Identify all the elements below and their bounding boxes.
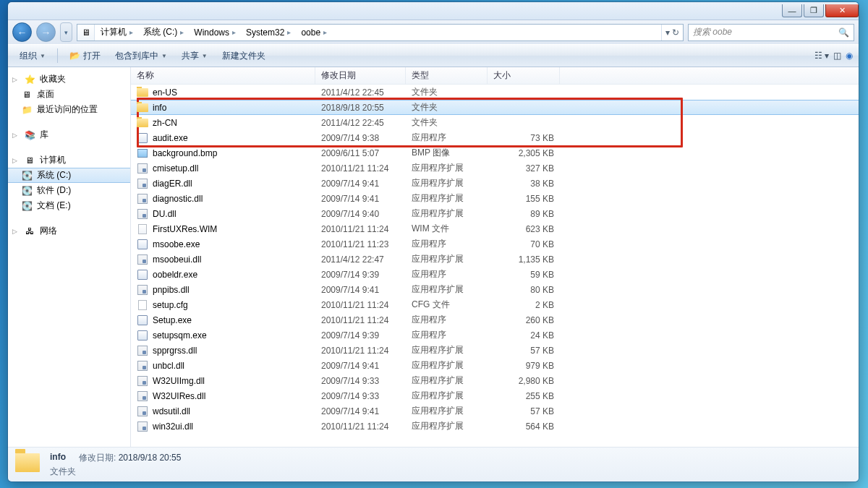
crumb-oobe[interactable]: oobe▸ <box>295 25 331 40</box>
file-name: msoobeui.dll <box>153 254 201 265</box>
file-date: 2010/11/21 11:24 <box>321 224 412 234</box>
sidebar-network[interactable]: ▷🖧网络 <box>8 223 130 239</box>
sidebar-computer[interactable]: ▷🖥计算机 <box>8 153 130 168</box>
new-folder-button[interactable]: 新建文件夹 <box>216 47 271 65</box>
recent-icon: 📁 <box>21 104 33 116</box>
open-button[interactable]: 📂打开 <box>64 47 106 65</box>
close-button[interactable]: ✕ <box>825 4 859 17</box>
file-row[interactable]: oobeldr.exe2009/7/14 9:39应用程序59 KB <box>131 267 859 282</box>
file-row[interactable]: info2018/9/18 20:55文件夹 <box>131 100 859 115</box>
file-row[interactable]: wdsutil.dll2009/7/14 9:41应用程序扩展57 KB <box>131 403 859 419</box>
file-row[interactable]: win32ui.dll2010/11/21 11:24应用程序扩展564 KB <box>131 419 859 434</box>
dll-icon <box>137 390 148 402</box>
file-row[interactable]: Setup.exe2010/11/21 11:24应用程序260 KB <box>131 312 859 328</box>
file-type: 应用程序 <box>412 132 493 144</box>
file-size: 2,980 KB <box>493 376 560 386</box>
file-row[interactable]: DU.dll2009/7/14 9:40应用程序扩展89 KB <box>131 206 859 221</box>
breadcrumb[interactable]: 🖥 计算机▸ 系统 (C:)▸ Windows▸ System32▸ oobe▸… <box>77 24 684 41</box>
col-name[interactable]: 名称 <box>131 67 315 84</box>
crumb-c[interactable]: 系统 (C:)▸ <box>137 25 188 40</box>
file-row[interactable]: en-US2011/4/12 22:45文件夹 <box>131 85 859 100</box>
file-type: 应用程序扩展 <box>412 253 493 265</box>
search-icon: 🔍 <box>838 27 849 38</box>
sidebar-desktop[interactable]: 🖥桌面 <box>8 87 130 102</box>
file-size: 564 KB <box>493 421 560 432</box>
file-row[interactable]: W32UIImg.dll2009/7/14 9:33应用程序扩展2,980 KB <box>131 373 859 388</box>
search-placeholder: 搜索 oobe <box>693 26 732 38</box>
crumb-windows[interactable]: Windows▸ <box>188 25 240 40</box>
sidebar-libraries[interactable]: ▷📚库 <box>8 127 130 142</box>
organize-button[interactable]: 组织▼ <box>14 47 51 65</box>
file-date: 2011/4/12 22:45 <box>321 118 412 128</box>
desktop-icon: 🖥 <box>21 89 33 100</box>
include-library-button[interactable]: 包含到库中▼ <box>109 47 173 65</box>
file-row[interactable]: pnpibs.dll2009/7/14 9:41应用程序扩展80 KB <box>131 282 859 297</box>
file-row[interactable]: background.bmp2009/6/11 5:07BMP 图像2,305 … <box>131 145 859 160</box>
file-type: 文件夹 <box>412 101 493 114</box>
library-icon: 📚 <box>24 129 35 141</box>
file-date: 2010/11/21 11:23 <box>321 239 412 249</box>
file-name: Setup.exe <box>153 315 192 325</box>
file-name: setup.cfg <box>153 300 188 310</box>
titlebar[interactable]: — ❐ ✕ <box>8 2 859 20</box>
col-size[interactable]: 大小 <box>488 67 560 84</box>
computer-icon: 🖥 <box>77 24 95 41</box>
crumb-system32[interactable]: System32▸ <box>240 25 295 40</box>
file-row[interactable]: W32UIRes.dll2009/7/14 9:33应用程序扩展255 KB <box>131 388 859 403</box>
file-row[interactable]: spprgrss.dll2010/11/21 11:24应用程序扩展57 KB <box>131 343 859 358</box>
forward-button[interactable]: → <box>36 22 56 42</box>
file-name: setupsqm.exe <box>153 330 207 341</box>
history-dropdown-button[interactable]: ▾ <box>60 22 72 42</box>
crumb-computer[interactable]: 计算机▸ <box>95 25 137 40</box>
preview-pane-button[interactable]: ◫ <box>833 51 841 61</box>
dll-icon <box>137 284 148 296</box>
sidebar-drive-c[interactable]: 💽系统 (C:) <box>8 168 130 183</box>
file-row[interactable]: diagER.dll2009/7/14 9:41应用程序扩展38 KB <box>131 176 859 191</box>
exe-icon <box>137 269 148 281</box>
file-row[interactable]: setupsqm.exe2009/7/14 9:39应用程序24 KB <box>131 328 859 343</box>
file-name: cmisetup.dll <box>153 163 198 174</box>
file-row[interactable]: audit.exe2009/7/14 9:38应用程序73 KB <box>131 130 859 145</box>
address-dropdown-button[interactable]: ▾ ↻ <box>661 25 683 40</box>
file-row[interactable]: FirstUXRes.WIM2010/11/21 11:24WIM 文件623 … <box>131 221 859 236</box>
sidebar-drive-e[interactable]: 💽文档 (E:) <box>8 198 130 213</box>
view-options-button[interactable]: ☷ ▾ <box>814 51 829 61</box>
sidebar-recent[interactable]: 📁最近访问的位置 <box>8 102 130 117</box>
file-size: 24 KB <box>493 330 560 341</box>
col-type[interactable]: 类型 <box>406 67 488 84</box>
search-input[interactable]: 搜索 oobe 🔍 <box>688 24 854 41</box>
file-type: 文件夹 <box>412 86 493 98</box>
sidebar-drive-d[interactable]: 💽软件 (D:) <box>8 183 130 198</box>
file-row[interactable]: unbcl.dll2009/7/14 9:41应用程序扩展979 KB <box>131 358 859 373</box>
file-date: 2010/11/21 11:24 <box>321 421 412 432</box>
file-name: diagnostic.dll <box>153 194 203 204</box>
maximize-button[interactable]: ❐ <box>804 4 824 17</box>
file-row[interactable]: diagnostic.dll2009/7/14 9:41应用程序扩展155 KB <box>131 191 859 206</box>
col-date[interactable]: 修改日期 <box>315 67 406 84</box>
file-name: msoobe.exe <box>153 239 200 249</box>
computer-icon: 🖥 <box>24 155 35 166</box>
cfg-icon <box>137 299 148 311</box>
help-button[interactable]: ◉ <box>846 51 853 61</box>
dll-icon <box>137 406 148 417</box>
file-size: 57 KB <box>493 406 560 416</box>
drive-icon: 💽 <box>21 185 33 197</box>
dll-icon <box>137 163 148 174</box>
back-button[interactable]: ← <box>12 22 32 42</box>
share-button[interactable]: 共享▼ <box>176 47 213 65</box>
status-folder-icon <box>15 453 41 476</box>
file-type: 应用程序扩展 <box>412 283 493 296</box>
sidebar-favorites[interactable]: ▷⭐收藏夹 <box>8 72 130 87</box>
file-row[interactable]: msoobeui.dll2011/4/12 22:47应用程序扩展1,135 K… <box>131 252 859 267</box>
file-row[interactable]: cmisetup.dll2010/11/21 11:24应用程序扩展327 KB <box>131 160 859 176</box>
dll-icon <box>137 345 148 356</box>
folder-icon <box>137 117 148 129</box>
file-size: 73 KB <box>493 133 560 143</box>
file-row[interactable]: setup.cfg2010/11/21 11:24CFG 文件2 KB <box>131 297 859 312</box>
minimize-button[interactable]: — <box>782 4 802 17</box>
img-icon <box>137 147 148 159</box>
file-row[interactable]: msoobe.exe2010/11/21 11:23应用程序70 KB <box>131 236 859 252</box>
file-type: 应用程序扩展 <box>412 177 493 189</box>
file-name: pnpibs.dll <box>153 285 190 295</box>
file-row[interactable]: zh-CN2011/4/12 22:45文件夹 <box>131 115 859 130</box>
